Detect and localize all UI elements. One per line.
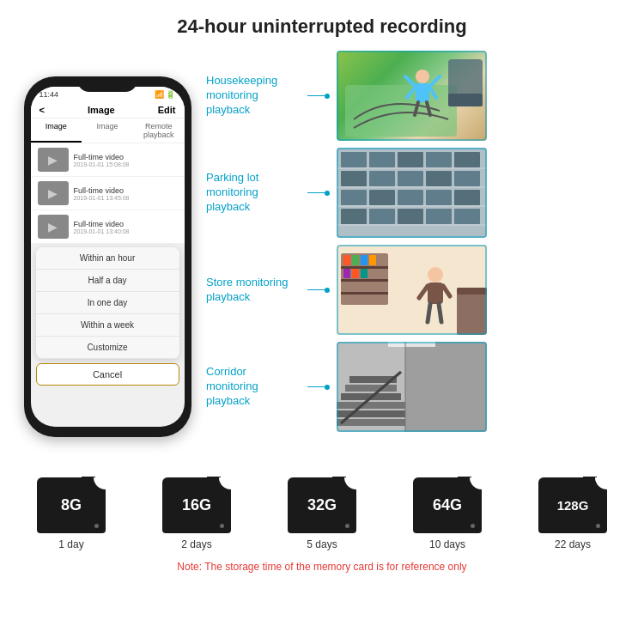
- svg-line-65: [341, 372, 401, 423]
- sd-dot-64g: [471, 524, 475, 528]
- phone-screen: 11:44 📶 🔋 < Image Edit Image Image Remot…: [31, 87, 185, 427]
- phone-mockup: 11:44 📶 🔋 < Image Edit Image Image Remot…: [17, 46, 197, 467]
- storage-section: 8G 1 day 16G 2 days 32G 5 days: [0, 467, 644, 576]
- phone-dropdown: Within an hour Half a day In one day Wit…: [36, 247, 179, 359]
- phone-back-btn[interactable]: <: [39, 105, 45, 115]
- connector-dot-1: [325, 94, 330, 99]
- video-date-1: 2019-01-01 15:08:08: [74, 161, 130, 167]
- phone-title-bar: < Image Edit: [31, 102, 185, 118]
- svg-rect-19: [398, 171, 423, 186]
- connector-line-2: [307, 192, 325, 194]
- dropdown-item-customize[interactable]: Customize: [36, 337, 179, 359]
- svg-rect-15: [426, 152, 452, 167]
- dropdown-item-halfday[interactable]: Half a day: [36, 270, 179, 292]
- svg-line-53: [439, 304, 441, 322]
- card-days-64g: 10 days: [429, 538, 465, 550]
- monitoring-img-corridor: [337, 342, 487, 432]
- phone-tab-remote[interactable]: Remote playback: [133, 118, 185, 143]
- list-item[interactable]: ▶ Full-time video 2019-01-01 13:40:08: [31, 210, 185, 244]
- connector-dot-4: [325, 385, 330, 390]
- sd-card-32g: 32G: [288, 477, 356, 533]
- card-days-16g: 2 days: [181, 538, 211, 550]
- svg-line-52: [428, 304, 430, 322]
- list-item[interactable]: ▶ Full-time video 2019-01-01 13:45:08: [31, 177, 185, 210]
- dropdown-item-oneday[interactable]: In one day: [36, 292, 179, 314]
- svg-rect-40: [341, 292, 388, 295]
- storage-cards: 8G 1 day 16G 2 days 32G 5 days: [9, 477, 635, 550]
- sd-size-128g: 128G: [557, 498, 589, 513]
- video-thumb-3: ▶: [38, 215, 69, 239]
- svg-rect-45: [343, 269, 350, 278]
- connector-dot-3: [325, 288, 330, 293]
- monitoring-label-store: Store monitoring playback: [206, 276, 301, 305]
- card-days-128g: 22 days: [555, 538, 591, 550]
- phone-edit-btn[interactable]: Edit: [158, 105, 176, 115]
- storage-card-128g: 128G 22 days: [538, 477, 607, 550]
- svg-rect-2: [416, 83, 429, 102]
- storage-card-16g: 16G 2 days: [162, 477, 231, 550]
- connector-4: [307, 385, 330, 390]
- video-date-3: 2019-01-01 13:40:08: [74, 228, 130, 234]
- monitoring-label-corridor: Corridor monitoring playback: [206, 365, 301, 409]
- connector-dot-2: [325, 191, 330, 196]
- svg-rect-63: [345, 385, 397, 392]
- sd-notch-32g: [344, 477, 356, 489]
- video-info-3: Full-time video 2019-01-01 13:40:08: [74, 220, 130, 234]
- dropdown-item-week[interactable]: Within a week: [36, 314, 179, 337]
- svg-rect-59: [337, 402, 405, 409]
- svg-rect-61: [337, 419, 405, 426]
- svg-rect-66: [388, 342, 435, 347]
- svg-rect-13: [369, 152, 395, 167]
- svg-rect-41: [343, 255, 350, 265]
- svg-line-51: [443, 286, 450, 296]
- monitoring-img-housekeeping: [337, 51, 487, 141]
- phone-tab-image2[interactable]: Image: [82, 118, 133, 143]
- monitoring-item-store: Store monitoring playback: [206, 245, 627, 335]
- monitoring-img-store: [337, 245, 487, 335]
- connector-3: [307, 288, 330, 293]
- svg-rect-37: [341, 253, 388, 305]
- phone-cancel-btn[interactable]: Cancel: [36, 363, 179, 386]
- svg-rect-18: [369, 171, 395, 186]
- sd-card-64g: 64G: [413, 477, 482, 533]
- svg-rect-21: [454, 171, 480, 186]
- monitoring-item-corridor: Corridor monitoring playback: [206, 342, 627, 432]
- sd-size-16g: 16G: [182, 496, 211, 514]
- sd-notch-128g: [595, 477, 607, 489]
- svg-rect-43: [361, 255, 368, 265]
- svg-rect-20: [426, 171, 452, 186]
- svg-line-50: [419, 286, 428, 298]
- dropdown-item-hour[interactable]: Within an hour: [36, 247, 179, 270]
- svg-rect-47: [361, 269, 368, 278]
- svg-rect-22: [341, 190, 367, 205]
- sd-notch-16g: [219, 477, 231, 489]
- sd-notch-64g: [470, 477, 482, 489]
- svg-point-1: [416, 70, 429, 83]
- phone-tab-image[interactable]: Image: [31, 118, 82, 143]
- connector-line-3: [307, 289, 325, 291]
- svg-line-5: [415, 102, 418, 115]
- svg-rect-16: [454, 152, 480, 167]
- sd-dot-32g: [345, 524, 349, 528]
- video-title-3: Full-time video: [74, 220, 130, 228]
- svg-rect-0: [345, 85, 457, 137]
- monitoring-item-parking: Parking lot monitoring playback: [206, 148, 627, 238]
- svg-rect-27: [341, 209, 367, 224]
- list-item[interactable]: ▶ Full-time video 2019-01-01 15:08:08: [31, 143, 185, 177]
- phone-notch: [77, 76, 137, 92]
- video-info-1: Full-time video 2019-01-01 15:08:08: [74, 153, 130, 167]
- monitoring-label-parking: Parking lot monitoring playback: [206, 171, 301, 215]
- phone-icons: 📶 🔋: [155, 90, 176, 99]
- svg-rect-30: [426, 209, 452, 224]
- svg-rect-58: [405, 342, 487, 432]
- phone-video-list: ▶ Full-time video 2019-01-01 15:08:08 ▶ …: [31, 143, 185, 244]
- svg-rect-24: [398, 190, 423, 205]
- video-thumb-1: ▶: [38, 148, 69, 172]
- svg-rect-57: [337, 342, 405, 432]
- svg-rect-11: [337, 148, 487, 238]
- storage-card-64g: 64G 10 days: [413, 477, 482, 550]
- monitoring-item-housekeeping: Housekeeping monitoring playback: [206, 51, 627, 141]
- svg-rect-46: [352, 269, 359, 278]
- storage-note: Note: The storage time of the memory car…: [9, 557, 635, 576]
- sd-card-16g: 16G: [162, 477, 231, 533]
